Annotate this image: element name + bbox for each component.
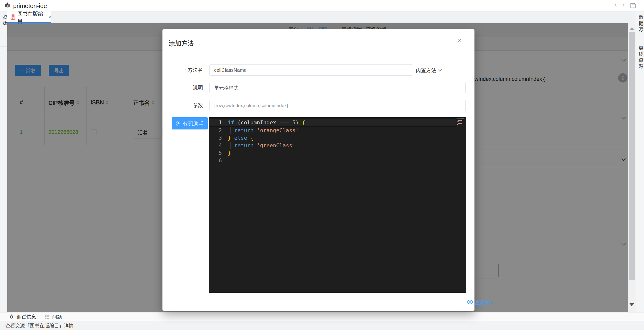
status-bar: 查看资源「图书在版编目」详情 — [0, 321, 644, 330]
code-assistant-label: 代码助手 — [183, 120, 204, 127]
indent-guide — [230, 127, 231, 134]
code-lines: 1if (columnIndex === 5) {2 return 'orang… — [209, 118, 466, 164]
debug-info-item[interactable]: 调试信息 — [9, 313, 36, 320]
tab-close-icon[interactable]: × — [48, 14, 51, 20]
tab-label: 图书在版编目 — [17, 10, 46, 24]
code-text: return 'greenClass' — [228, 142, 466, 149]
right-rail: 数据源 离线资源 — [636, 11, 644, 312]
right-rail-tab-datasource[interactable]: 数据源 — [636, 15, 644, 33]
builtin-method-dropdown[interactable]: 内置方法 — [416, 64, 441, 76]
view-api-label: 查看Api — [475, 298, 493, 306]
line-number: 5 — [209, 149, 228, 157]
bottom-panel-bar: 调试信息 问题 — [0, 312, 644, 321]
indent-guide — [230, 142, 231, 149]
method-name-label: 方法名 — [166, 64, 203, 76]
left-rail: 资源 — [0, 11, 7, 312]
dialog-title: 添加方法 — [168, 38, 194, 47]
title-bar: primeton-ide ‹ › — [0, 0, 644, 11]
code-assistant-button[interactable]: @ 代码助手 — [172, 117, 208, 129]
at-circle-icon: @ — [176, 121, 181, 126]
code-line[interactable]: 3} else { — [209, 134, 466, 142]
divider — [636, 41, 644, 41]
line-number: 3 — [209, 134, 228, 142]
editor-tab-bar: 图书在版编目 × — [7, 11, 636, 23]
problems-label: 问题 — [52, 313, 62, 320]
params-input[interactable]: {row,rowIndex,column,columnIndex} — [210, 100, 466, 111]
problems-item[interactable]: 问题 — [45, 313, 62, 320]
code-text: } else { — [228, 134, 466, 142]
line-number: 1 — [209, 119, 228, 126]
scrollbar-thumb[interactable] — [629, 32, 635, 280]
code-line[interactable]: 4 return 'greenClass' — [209, 142, 466, 149]
code-text — [228, 157, 466, 164]
line-number: 2 — [209, 127, 228, 134]
code-line[interactable]: 2 return 'orangeClass' — [209, 127, 466, 134]
code-editor[interactable]: 1if (columnIndex === 5) {2 return 'orang… — [209, 117, 466, 293]
params-label: 参数 — [166, 100, 203, 111]
page-scrollbar[interactable] — [628, 23, 636, 312]
left-rail-tab-resources[interactable]: 资源 — [1, 14, 8, 26]
save-icon[interactable] — [630, 2, 637, 9]
method-name-input[interactable]: cellClassName — [210, 64, 413, 76]
code-text: return 'orangeClass' — [228, 127, 466, 134]
chevron-down-icon — [438, 67, 442, 71]
code-line[interactable]: 5} — [209, 149, 466, 157]
nav-forward-button[interactable]: › — [620, 0, 627, 9]
add-method-dialog: 添加方法 × 方法名 cellClassName 内置方法 说明 单元格样式 参… — [162, 29, 474, 311]
code-text: } — [228, 149, 466, 157]
view-api-link[interactable]: 查看Api — [467, 298, 493, 306]
description-input[interactable]: 单元格样式 — [210, 82, 466, 93]
code-text: if (columnIndex === 5) { — [228, 119, 466, 126]
status-message: 查看资源「图书在版编目」详情 — [5, 322, 74, 329]
code-line[interactable]: 6 — [209, 157, 466, 164]
bug-icon — [9, 314, 14, 320]
app-title: primeton-ide — [13, 2, 47, 9]
description-label: 说明 — [166, 82, 203, 93]
divider — [636, 79, 644, 79]
builtin-method-label: 内置方法 — [416, 66, 436, 74]
code-line[interactable]: 1if (columnIndex === 5) { — [209, 118, 466, 127]
tab-book-cataloging[interactable]: 图书在版编目 × — [7, 11, 51, 23]
app-logo-icon — [4, 2, 11, 9]
scroll-up-icon[interactable] — [630, 25, 634, 30]
debug-info-label: 调试信息 — [16, 313, 36, 320]
document-icon — [11, 14, 15, 20]
nav-back-button[interactable]: ‹ — [612, 0, 619, 9]
divider — [0, 46, 7, 46]
scroll-down-icon[interactable] — [630, 303, 634, 309]
list-icon — [45, 314, 50, 319]
editor-minimap[interactable] — [456, 117, 466, 293]
line-number: 4 — [209, 142, 228, 149]
right-rail-tab-offline-resources[interactable]: 离线资源 — [636, 45, 644, 70]
line-number: 6 — [209, 157, 228, 164]
eye-icon — [467, 300, 473, 305]
dialog-close-icon[interactable]: × — [458, 36, 462, 44]
